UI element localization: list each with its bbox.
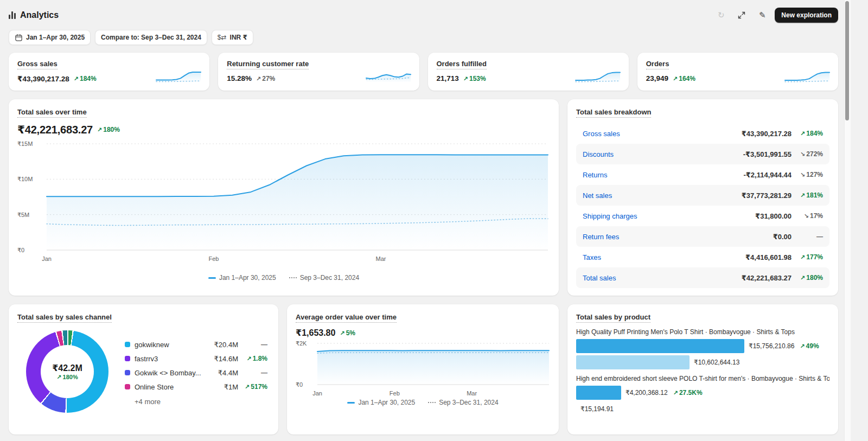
- compare-to-button[interactable]: Compare to: Sep 3–Dec 31, 2024: [95, 30, 207, 45]
- solid-line-swatch-icon: [347, 402, 355, 404]
- product-bar-row-previous: ₹10,602,644.13: [576, 355, 829, 369]
- kpi-value: 23,949: [646, 74, 668, 82]
- page-title-group: Analytics: [9, 10, 59, 20]
- donut-center: ₹42.2M 180%: [41, 345, 94, 398]
- channel-delta: 1.8%: [246, 355, 267, 362]
- header-actions: ↻ ✎ New exploration: [713, 7, 838, 23]
- date-range-button[interactable]: Jan 1–Apr 30, 2025: [9, 30, 91, 45]
- channel-legend-item: Gokwik <> Bombay... ₹4.4M —: [125, 366, 267, 380]
- breakdown-row: Discounts -₹3,501,991.55 272%: [576, 144, 829, 164]
- channel-value: ₹20.4M: [214, 341, 238, 349]
- kpi-value: ₹43,390,217.28: [17, 74, 69, 83]
- breakdown-row: Return fees ₹0.00 —: [576, 226, 829, 247]
- breakdown-link[interactable]: Net sales: [583, 191, 612, 200]
- breakdown-value: ₹31,800.00: [755, 212, 792, 220]
- breakdown-value: -₹3,501,991.55: [743, 150, 792, 158]
- trend-arrow-icon: [800, 171, 805, 178]
- product-bar-value: ₹15,756,210.86: [749, 342, 794, 350]
- svg-text:Mar: Mar: [467, 390, 477, 397]
- filter-bar: Jan 1–Apr 30, 2025 Compare to: Sep 3–Dec…: [9, 30, 838, 45]
- breakdown-row: Taxes ₹4,416,601.98 177%: [576, 247, 829, 267]
- channel-more-link[interactable]: +4 more: [135, 398, 267, 406]
- svg-text:Mar: Mar: [376, 255, 386, 262]
- breakdown-link[interactable]: Return fees: [583, 233, 619, 241]
- sales-by-channel-card: Total sales by sales channel ₹42.2M 180%…: [9, 304, 278, 434]
- trend-arrow-icon: [800, 253, 805, 261]
- chart-title[interactable]: Total sales over time: [17, 108, 87, 118]
- breakdown-rows: Gross sales ₹43,390,217.28 184% Discount…: [576, 123, 829, 288]
- bottom-row: Total sales by sales channel ₹42.2M 180%…: [9, 304, 838, 434]
- breakdown-link[interactable]: Gross sales: [583, 130, 620, 138]
- calendar-icon: [15, 34, 23, 42]
- currency-swap-icon: $⇄: [218, 34, 227, 41]
- breakdown-link[interactable]: Shipping charges: [583, 212, 637, 220]
- edit-button[interactable]: ✎: [754, 7, 770, 23]
- analytics-icon: [9, 11, 16, 19]
- breakdown-link[interactable]: Returns: [583, 171, 608, 179]
- kpi-label[interactable]: Returning customer rate: [227, 60, 309, 69]
- legend-current-period: Jan 1–Apr 30, 2025: [208, 274, 276, 282]
- trend-arrow-icon: [804, 212, 809, 220]
- channel-value: ₹4.4M: [218, 369, 238, 377]
- trend-arrow-icon: [245, 383, 250, 391]
- channel-swatch-icon: [125, 342, 130, 347]
- kpi-card-orders-fulfilled: Orders fulfilled 21,713 153%: [428, 53, 629, 91]
- trend-arrow-icon: [97, 126, 102, 133]
- expand-icon: [737, 11, 746, 20]
- channel-delta: —: [261, 341, 267, 348]
- product-chart-title[interactable]: Total sales by product: [576, 313, 650, 323]
- kpi-label[interactable]: Orders fulfilled: [437, 60, 487, 69]
- chart-legend: Jan 1–Apr 30, 2025 Sep 3–Dec 31, 2024: [17, 274, 550, 282]
- total-sales-delta: 180%: [97, 126, 120, 133]
- breakdown-delta: 177%: [800, 253, 823, 261]
- svg-text:Feb: Feb: [209, 255, 219, 262]
- channel-delta: —: [261, 369, 267, 376]
- trend-arrow-icon: [800, 130, 805, 137]
- kpi-delta: 164%: [673, 75, 695, 82]
- donut-total-delta: 180%: [56, 374, 78, 380]
- channel-donut-chart: ₹42.2M 180%: [26, 330, 108, 413]
- kpi-sparkline-chart: [155, 68, 202, 84]
- total-sales-breakdown-card: Total sales breakdown Gross sales ₹43,39…: [567, 99, 838, 296]
- trend-arrow-icon: [56, 374, 61, 380]
- kpi-delta: 153%: [463, 75, 486, 82]
- breakdown-title[interactable]: Total sales breakdown: [576, 108, 651, 118]
- svg-text:₹10M: ₹10M: [17, 176, 33, 182]
- total-sales-line-chart: ₹0₹5M₹10M₹15MJanFebMar: [17, 138, 550, 272]
- svg-text:Jan: Jan: [42, 255, 52, 262]
- kpi-label[interactable]: Gross sales: [17, 60, 58, 69]
- channel-legend-item: gokwiknew ₹20.4M —: [125, 337, 267, 351]
- breakdown-delta: 180%: [800, 274, 823, 282]
- channel-chart-title[interactable]: Total sales by sales channel: [17, 313, 112, 323]
- breakdown-delta: 17%: [804, 212, 823, 220]
- breakdown-link[interactable]: Total sales: [583, 274, 616, 282]
- breakdown-delta: 127%: [800, 171, 823, 178]
- refresh-button[interactable]: ↻: [713, 7, 729, 23]
- expand-button[interactable]: [733, 7, 750, 23]
- product-name: High end embroidered short sleeve POLO T…: [576, 375, 829, 382]
- new-exploration-button[interactable]: New exploration: [775, 8, 838, 23]
- trend-arrow-icon: [673, 389, 678, 397]
- channel-swatch-icon: [125, 356, 130, 361]
- breakdown-delta: 181%: [800, 191, 823, 199]
- breakdown-link[interactable]: Discounts: [583, 150, 614, 158]
- dotted-line-swatch-icon: [428, 402, 436, 403]
- svg-text:₹15M: ₹15M: [17, 140, 33, 147]
- vertical-scrollbar-thumb[interactable]: [845, 1, 849, 120]
- channel-value: ₹14.6M: [214, 355, 238, 363]
- breakdown-value: ₹37,773,281.29: [742, 191, 792, 200]
- currency-label: INR ₹: [230, 34, 247, 41]
- product-bar-row-current: ₹15,756,210.86 49%: [576, 339, 829, 353]
- trend-arrow-icon: [800, 191, 805, 199]
- aov-chart-title[interactable]: Average order value over time: [296, 313, 397, 323]
- svg-text:₹5M: ₹5M: [17, 212, 29, 218]
- page-title: Analytics: [20, 10, 59, 20]
- channel-swatch-icon: [125, 384, 130, 389]
- header: Analytics ↻ ✎ New exploration: [9, 0, 838, 28]
- compare-to-label: Compare to: Sep 3–Dec 31, 2024: [101, 34, 201, 41]
- channel-legend: gokwiknew ₹20.4M — fastrrv3 ₹14.6M 1.8% …: [125, 337, 270, 406]
- breakdown-link[interactable]: Taxes: [583, 253, 601, 261]
- kpi-label[interactable]: Orders: [646, 60, 669, 69]
- trend-arrow-icon: [800, 342, 805, 350]
- currency-button[interactable]: $⇄ INR ₹: [212, 30, 253, 45]
